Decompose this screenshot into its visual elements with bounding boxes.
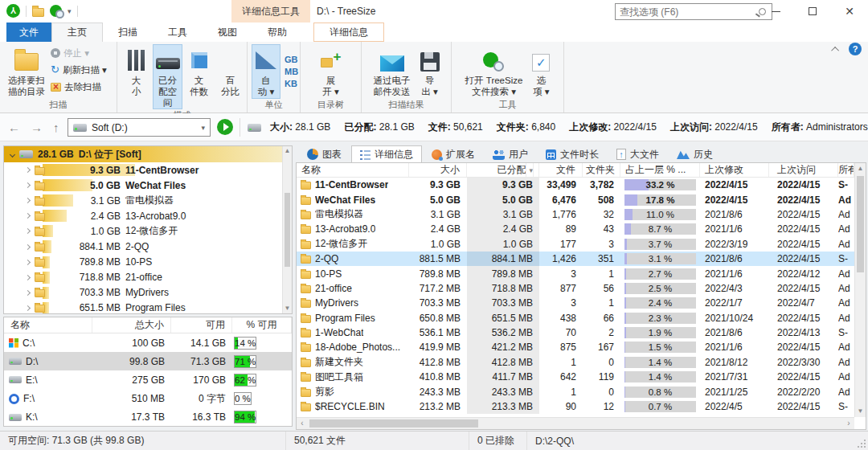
drives-header-total[interactable]: 总大小 [92,317,171,333]
unit-option[interactable]: GB [285,55,298,65]
scroll-right-icon[interactable]: › [843,418,854,429]
table-row[interactable]: 11-CentBrowser 9.3 GB 9.3 GB 33,499 3,78… [297,178,854,192]
table-row[interactable]: 10-PS 789.8 MB 789.8 MB 3 1 2.7 % 2021/1… [297,266,854,280]
mode-button[interactable]: 已分 配空间 [153,44,182,109]
tree-item[interactable]: 718.8 MB 21-office [4,270,282,285]
table-row[interactable]: Program Files 650.8 MB 651.5 MB 438 66 2… [297,311,854,325]
ribbon-tab[interactable]: 帮助 [252,22,302,42]
auto-unit-button[interactable]: 自 动 ▾ [252,44,280,99]
header-last-accessed[interactable]: 上次访问 [769,163,838,177]
drives-header-free[interactable]: 可用 [171,317,232,333]
search-box[interactable] [615,3,772,20]
scrollbar-thumb[interactable] [285,193,290,267]
header-size[interactable]: 大小 [409,163,467,177]
chevron-collapsed-icon[interactable] [25,290,31,296]
ribbon-tab[interactable]: 视图 [203,22,252,42]
table-row[interactable]: MyDrivers 703.3 MB 703.3 MB 3 1 2.4 % 20… [297,296,854,310]
forward-button[interactable]: → [31,121,43,134]
maximize-button[interactable] [794,0,831,22]
scroll-down-icon[interactable]: ▼ [283,304,292,313]
back-button[interactable]: ← [8,121,20,134]
view-tab[interactable]: 文件时长 [538,145,607,163]
table-row[interactable]: 12-微信多开 1.0 GB 1.0 GB 177 3 3.7 % 2022/3… [297,237,854,252]
unit-option[interactable]: MB [285,67,298,77]
table-row[interactable]: $RECYCLE.BIN 213.2 MB 213.3 MB 90 12 0.7… [297,399,854,414]
table-row[interactable]: 剪影 243.3 MB 243.3 MB 1 0 0.8 % 2021/1/25… [297,384,854,399]
tree-item[interactable]: 789.8 MB 10-PS [4,255,282,270]
table-row[interactable]: 图吧工具箱 410.8 MB 411.7 MB 642 119 1.4 % 20… [297,370,854,384]
table-row[interactable]: WeChat Files 5.0 GB 5.0 GB 6,476 508 17.… [297,192,854,207]
scroll-up-icon[interactable]: ▲ [855,163,866,174]
table-row[interactable]: 新建文件夹 412.8 MB 412.8 MB 1 0 1.4 % 2021/8… [297,355,854,370]
open-file-search-button[interactable]: 打开 TreeSize 文件搜索 ▾ [461,44,527,99]
scroll-left-icon[interactable]: ‹ [297,418,308,429]
table-row[interactable]: 雷电模拟器 3.1 GB 3.1 GB 1,776 32 11.0 % 2021… [297,207,854,222]
chevron-collapsed-icon[interactable] [25,228,31,234]
tree-item[interactable]: 884.1 MB 2-QQ [4,239,282,254]
drive-row[interactable]: F:\ 510 MB 0 字节 0 % [4,390,292,408]
ribbon-tab[interactable]: 工具 [153,22,203,42]
chevron-collapsed-icon[interactable] [25,260,31,265]
ribbon-tab[interactable]: 详细信息 [313,22,384,42]
up-button[interactable]: ↑ [53,121,59,134]
scroll-down-icon[interactable]: ▼ [855,406,866,417]
resize-grip[interactable] [857,439,866,448]
drive-selector[interactable]: Soft (D:) ▾ [68,118,211,137]
quick-access-dropdown-icon[interactable]: ▾ [68,7,72,15]
remove-scan-button[interactable]: ×去除扫描 [51,80,107,94]
tree-item[interactable]: 651.5 MB Program Files [4,301,282,313]
expand-button[interactable]: 展 开 ▾ [317,44,346,99]
table-row[interactable]: 1-WebChat 536.1 MB 536.2 MB 70 2 1.9 % 2… [297,325,854,340]
view-tab[interactable]: 详细信息 [351,145,422,163]
select-scan-directory-button[interactable]: 选择要扫 描的目录 [4,44,49,99]
chevron-collapsed-icon[interactable] [25,243,31,249]
tree-item[interactable]: 9.3 GB 11-CentBrowser [4,162,282,178]
tree-item[interactable]: 5.0 GB WeChat Files [4,178,282,193]
header-owner[interactable]: 所有者 [838,163,854,177]
tab-file[interactable]: 文件 [6,22,51,42]
file-search-icon[interactable] [50,5,62,17]
chevron-collapsed-icon[interactable] [25,305,31,311]
start-scan-button[interactable] [217,119,233,135]
tree-item[interactable]: 2.4 GB 13-Acrobat9.0 [4,208,282,223]
send-email-button[interactable]: 通过电子 邮件发送 [370,44,415,99]
drive-row[interactable]: D:\ 99.8 GB 71.3 GB 71 % [4,352,292,370]
tree-item[interactable]: 1.0 GB 12-微信多开 [4,223,282,239]
mode-button[interactable]: 大 小 [121,44,151,109]
search-input[interactable] [620,6,759,18]
scrollbar-thumb[interactable] [309,419,478,428]
open-folder-icon[interactable] [32,8,44,17]
header-last-modified[interactable]: 上次修改 [700,163,769,177]
table-row[interactable]: 2-QQ 881.5 MB 884.1 MB 1,426 351 3.1 % 2… [297,252,854,266]
header-files[interactable]: 文件 [539,163,583,177]
drive-row[interactable]: C:\ 100 GB 14.1 GB 14 % [4,333,292,352]
mode-button[interactable]: 文 件数 [184,44,214,109]
ribbon-tab[interactable]: 主页 [51,22,103,42]
details-horizontal-scrollbar[interactable]: ‹ › [297,417,854,429]
tree-item[interactable]: 703.3 MB MyDrivers [4,285,282,301]
drive-row[interactable]: K:\ 17.3 TB 16.3 TB 94 % [4,408,292,427]
ribbon-tab[interactable]: 扫描 [103,22,153,42]
chevron-expanded-icon[interactable] [10,151,15,157]
details-vertical-scrollbar[interactable]: ▲ ▼ [854,163,866,417]
unit-option[interactable]: KB [285,79,298,89]
refresh-scan-button[interactable]: ↻刷新扫描 ▾ [51,63,107,77]
view-tab[interactable]: 历史 [669,145,721,163]
header-name[interactable]: 名称 [297,163,409,177]
chevron-collapsed-icon[interactable] [25,198,31,203]
drive-row[interactable]: E:\ 275 GB 170 GB 62 % [4,370,292,389]
scrollbar-thumb[interactable] [857,176,864,272]
chevron-collapsed-icon[interactable] [25,275,31,280]
view-tab[interactable]: 扩展名 [424,145,483,163]
tree-scrollbar[interactable]: ▲ ▼ [282,146,292,313]
help-icon[interactable]: ? [849,43,862,55]
tree-root-row[interactable]: 28.1 GB D:\ 位于 [Soft] [4,146,282,162]
export-button[interactable]: 导 出 ▾ [416,44,444,99]
chevron-collapsed-icon[interactable] [25,213,31,219]
chevron-collapsed-icon[interactable] [25,182,31,188]
drives-header-pct[interactable]: % 可用 [232,317,292,333]
header-allocated[interactable]: 已分配▾ [467,163,539,177]
view-tab[interactable]: 用户 [485,145,536,163]
scroll-up-icon[interactable]: ▲ [283,146,292,156]
tree-item[interactable]: 3.1 GB 雷电模拟器 [4,193,282,208]
